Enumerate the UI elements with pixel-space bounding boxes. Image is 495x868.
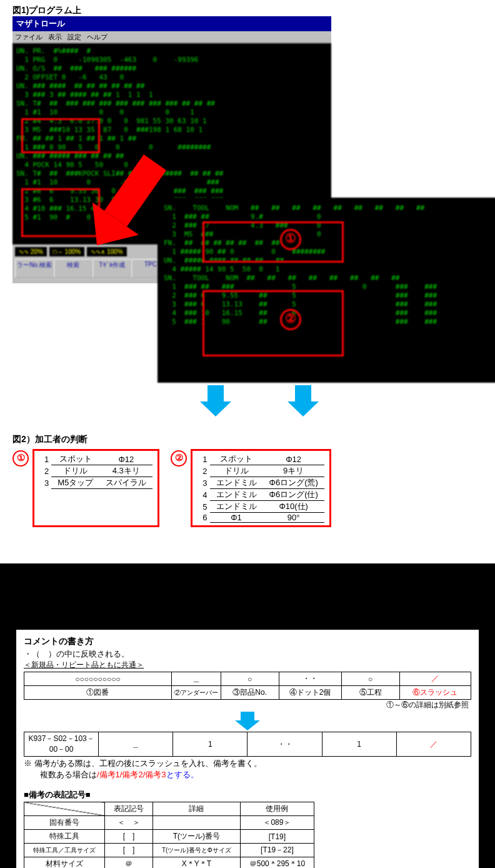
cnc-stage: マザトロール ファイル 表示 設定 ヘルプ UN. PR. #%#### # 1… <box>12 16 495 429</box>
fig2-title: 図2）加工者の判断 <box>12 434 482 445</box>
fmt-r1c1: ○○○○○○○○○○ <box>24 672 172 686</box>
comment-heading: コメントの書き方 <box>24 636 471 647</box>
fig2-badge-1: ① <box>12 450 29 467</box>
tool-row: 2ドリル9キリ <box>196 465 324 477</box>
remark-table: 表記記号詳細使用例固有番号＜ ＞＜089＞特殊工具[ ]T(ツール)番号[T19… <box>24 802 314 868</box>
fmt-r2c1: ①図番 <box>24 686 172 700</box>
spacer-bar <box>0 563 495 613</box>
blue-arrow-2-icon <box>288 385 319 416</box>
tool-row: 3M5タップスパイラル <box>38 477 152 489</box>
blue-arrow-1-icon <box>200 385 231 416</box>
fig2-badge-2: ② <box>171 450 187 467</box>
zoom-panel: SN. TOOL NOM ## ## ## ## ## ## ## ## ## … <box>158 198 495 383</box>
ex-c3: 1 <box>173 732 248 757</box>
cnc-row: 4 POCK 14 90 5 50 0 1 <box>16 161 328 169</box>
fmt-r2c6: ⑥スラッシュ <box>399 686 471 700</box>
zoom-highlight-2 <box>202 290 344 356</box>
fig1-title: 図1)プログラム上 <box>12 5 482 16</box>
tool-row: 1スポットΦ12 <box>38 453 152 465</box>
cnc-row: 1 #1 10 0 -### ### <box>16 178 328 187</box>
comment-line1: ・（ ）の中に反映される。 <box>24 648 471 660</box>
fig2-section: 図2）加工者の判断 ① 1スポットΦ122ドリル4.3キリ3M5タップスパイラル… <box>12 434 482 527</box>
zoom-row: 1 ### ## 9.# 0 <box>164 213 495 221</box>
remark-hdr: 詳細 <box>153 802 241 816</box>
override-b: □→ 100% <box>49 247 84 256</box>
remark-row: 特殊工具／工具サイズ[ ]T(ツール)番号とΦサイズ[T19－22] <box>24 844 314 857</box>
zoom-highlight-1 <box>202 221 344 263</box>
cnc-row: 1 #1 10 0 0 0 1 <box>16 108 328 117</box>
remark-row: 固有番号＜ ＞＜089＞ <box>24 816 314 830</box>
zoom-row: SN. TOOL NOM ## ## ## ## ## ## ## ## ## <box>164 204 495 213</box>
cnc-row: 3 ### 3 ## #### ## ## 1 1 1 1 <box>16 91 328 99</box>
cnc-row: UN. O/S ## ### ### ###### <box>16 64 328 73</box>
cnc-row: UN. ### ##### ### ## ## ## <box>16 152 328 161</box>
remark-hdr: 使用例 <box>240 802 314 816</box>
remark-title: ■備考の表記記号■ <box>24 789 471 800</box>
ex-c1: K937－S02－103－00－00 <box>24 732 99 757</box>
format-table: ○○○○○○○○○○ ＿ ○ ・・ ○ ／ ①図番 ②アンダーバー ③部品No.… <box>24 672 471 700</box>
fmt-r1c4: ・・ <box>279 672 341 686</box>
comment-line2: ＜新規品・リピート品ともに共通＞ <box>24 660 471 670</box>
remark-row: 材料サイズ＠X＊Y＊T＠500＊295＊10 <box>24 857 314 869</box>
remark-row: 特殊工具[ ]T(ツール)番号[T19] <box>24 830 314 844</box>
remark-note: ※ 備考がある際は、工程の後にスラッシュを入れ、備考を書く。 <box>24 758 471 769</box>
comment-section: コメントの書き方 ・（ ）の中に反映される。 ＜新規品・リピート品ともに共通＞ … <box>0 613 495 868</box>
zoom-row: 4 ##### 14 90 5 50 0 1 <box>164 265 495 274</box>
menu-file[interactable]: ファイル <box>15 33 42 41</box>
tool-row: 3エンドミルΦ6ロング(荒) <box>196 477 324 489</box>
cnc-row: SN. T# ## ###KPOCK SLI## ##### ##### ## … <box>16 169 328 178</box>
softkey-1[interactable]: ラーNo.検索 <box>15 259 54 278</box>
remark-note-sub: 複数ある場合は/備考1/備考2/備考3とする。 <box>24 769 471 780</box>
zoom-row: SN. TOOL NOM ## ## ## ## ## ## ## ## <box>164 274 495 283</box>
menu-view[interactable]: 表示 <box>48 33 62 41</box>
menu-settings[interactable]: 設定 <box>68 33 81 41</box>
cnc-row: UN. ### #### ## ## ## ## ## ## <box>16 82 328 91</box>
remark-hdr: 表記記号 <box>105 802 153 816</box>
red-highlight-2 <box>21 188 100 237</box>
small-blue-arrow-icon <box>235 712 260 730</box>
example-table: K937－S02－103－00－00 ＿ 1 ・・ 1 ／ <box>24 732 471 757</box>
fmt-r2c5: ⑤工程 <box>341 686 399 700</box>
zoom-badge-1: ① <box>280 229 301 250</box>
cnc-row: 1 PRG 0 -1090305 -463 0 -99396 <box>16 56 328 64</box>
tool-list-1: 1スポットΦ122ドリル4.3キリ3M5タップスパイラル <box>32 449 159 527</box>
tool-row: 4エンドミルΦ6ロング(仕) <box>196 489 324 501</box>
tool-row: 5エンドミルΦ10(仕) <box>196 501 324 513</box>
tool-row: 1スポットΦ12 <box>196 453 324 465</box>
fmt-r2c3: ③部品No. <box>221 686 279 700</box>
ex-c4: ・・ <box>248 732 322 757</box>
fmt-r1c5: ○ <box>341 672 399 686</box>
detail-ref: ①～⑥の詳細は別紙参照 <box>24 700 471 710</box>
tool-row: 2ドリル4.3キリ <box>38 465 152 477</box>
cnc-row: UN. PR. #%#### # <box>16 47 328 56</box>
cnc-row: SN. T# ## ### ### ### ### ### ### ### ##… <box>16 99 328 108</box>
red-highlight-1 <box>21 118 100 153</box>
softkey-3[interactable]: Tｷﾞﾙ作成 <box>92 259 131 278</box>
fmt-r1c2: ＿ <box>171 672 221 686</box>
fmt-r2c2: ②アンダーバー <box>171 686 221 700</box>
ex-c2: ＿ <box>99 732 173 757</box>
menu-help[interactable]: ヘルプ <box>87 33 108 41</box>
tool-row: 6Φ190° <box>196 513 324 523</box>
tool-list-2: 1スポットΦ122ドリル9キリ3エンドミルΦ6ロング(荒)4エンドミルΦ6ロング… <box>191 449 331 527</box>
cnc-row: 2 OFFSET 0 -6 43 0 <box>16 73 328 82</box>
override-a: ∿∿ 20% <box>15 247 47 256</box>
cnc-titlebar: マザトロール <box>12 16 331 31</box>
fmt-r1c6: ／ <box>399 672 471 686</box>
fmt-r1c3: ○ <box>221 672 279 686</box>
cnc-menubar: ファイル 表示 設定 ヘルプ <box>12 31 331 43</box>
fmt-r2c4: ④ドット2個 <box>279 686 341 700</box>
zoom-badge-2: ② <box>280 309 301 330</box>
remark-hdr <box>24 802 105 816</box>
override-c: ∿∿∧ 100% <box>87 247 126 256</box>
softkey-2[interactable]: 検索 <box>54 259 92 278</box>
ex-c5: 1 <box>322 732 396 757</box>
ex-c6: ／ <box>396 732 471 757</box>
